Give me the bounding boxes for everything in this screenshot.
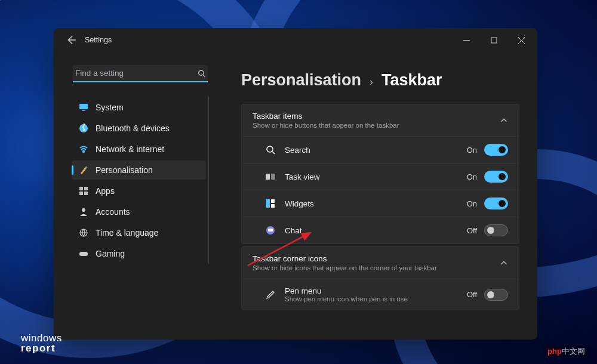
minimize-button[interactable] bbox=[453, 30, 480, 50]
svg-rect-26 bbox=[268, 229, 273, 232]
breadcrumb-current: Taskbar bbox=[381, 71, 442, 90]
sidebar: System Bluetooth & devices Network & int… bbox=[54, 58, 227, 340]
section-taskbar-items: Taskbar items Show or hide buttons that … bbox=[241, 104, 519, 244]
svg-rect-24 bbox=[271, 204, 275, 208]
main-content: Personalisation › Taskbar Taskbar items … bbox=[227, 58, 537, 340]
pen-icon bbox=[266, 290, 275, 300]
svg-rect-11 bbox=[79, 187, 83, 190]
svg-point-9 bbox=[83, 150, 85, 152]
toggle-state-label: Off bbox=[467, 290, 477, 299]
sidebar-item-label: Bluetooth & devices bbox=[96, 124, 170, 133]
search-box[interactable] bbox=[73, 65, 208, 82]
taskview-icon bbox=[266, 172, 275, 181]
taskbar-item-search: Search On bbox=[242, 136, 519, 163]
chat-icon bbox=[266, 226, 275, 235]
paintbrush-icon bbox=[79, 165, 88, 175]
section-title: Taskbar items bbox=[253, 112, 399, 121]
sidebar-item-network[interactable]: Network & internet bbox=[72, 140, 206, 159]
svg-rect-1 bbox=[491, 38, 497, 43]
search-icon bbox=[198, 69, 205, 78]
sidebar-item-label: Gaming bbox=[96, 249, 125, 258]
svg-rect-12 bbox=[84, 187, 88, 190]
svg-rect-21 bbox=[271, 174, 275, 180]
sidebar-item-personalisation[interactable]: Personalisation bbox=[72, 161, 206, 180]
sidebar-item-system[interactable]: System bbox=[72, 98, 206, 117]
sidebar-item-label: Apps bbox=[96, 186, 115, 196]
globe-clock-icon bbox=[79, 228, 88, 237]
section-header[interactable]: Taskbar items Show or hide buttons that … bbox=[242, 104, 519, 136]
search-icon bbox=[266, 145, 275, 155]
maximize-button[interactable] bbox=[480, 30, 507, 50]
sidebar-item-label: System bbox=[96, 103, 124, 112]
svg-rect-17 bbox=[79, 252, 88, 256]
nav-list: System Bluetooth & devices Network & int… bbox=[72, 97, 209, 264]
row-label: Task view bbox=[285, 172, 320, 181]
svg-rect-7 bbox=[82, 110, 85, 111]
bluetooth-icon bbox=[79, 124, 88, 133]
watermark-windowsreport: windows report bbox=[21, 333, 62, 353]
sidebar-item-apps[interactable]: Apps bbox=[72, 181, 206, 200]
svg-point-18 bbox=[267, 146, 273, 152]
chevron-up-icon bbox=[500, 116, 508, 125]
svg-rect-14 bbox=[84, 192, 88, 195]
sidebar-item-label: Accounts bbox=[96, 207, 130, 217]
breadcrumb: Personalisation › Taskbar bbox=[241, 71, 519, 90]
svg-point-4 bbox=[198, 70, 203, 75]
apps-icon bbox=[79, 186, 88, 196]
user-icon bbox=[79, 207, 88, 217]
row-label: Pen menu bbox=[285, 286, 408, 295]
svg-rect-22 bbox=[266, 199, 270, 208]
toggle-widgets[interactable] bbox=[484, 198, 508, 209]
toggle-pen-menu[interactable] bbox=[484, 289, 508, 301]
search-input[interactable] bbox=[75, 69, 198, 78]
sidebar-item-label: Personalisation bbox=[96, 165, 153, 175]
taskbar-item-chat: Chat Off bbox=[242, 217, 519, 243]
svg-rect-6 bbox=[79, 104, 88, 109]
monitor-icon bbox=[79, 103, 88, 112]
svg-rect-20 bbox=[266, 174, 270, 180]
svg-line-5 bbox=[203, 75, 205, 76]
row-label: Widgets bbox=[285, 199, 314, 208]
chevron-up-icon bbox=[500, 259, 508, 267]
toggle-state-label: On bbox=[467, 199, 477, 208]
taskbar-item-taskview: Task view On bbox=[242, 163, 519, 190]
section-taskbar-corner-icons: Taskbar corner icons Show or hide icons … bbox=[241, 246, 519, 310]
toggle-chat[interactable] bbox=[484, 224, 508, 236]
sidebar-item-label: Network & internet bbox=[96, 144, 164, 154]
titlebar: Settings bbox=[54, 28, 537, 52]
toggle-state-label: On bbox=[467, 146, 477, 155]
section-subtitle: Show or hide buttons that appear on the … bbox=[253, 122, 399, 129]
section-subtitle: Show or hide icons that appear on the co… bbox=[253, 264, 437, 272]
window-title: Settings bbox=[85, 36, 112, 44]
svg-rect-23 bbox=[271, 199, 275, 203]
chevron-right-icon: › bbox=[370, 76, 373, 88]
taskbar-item-widgets: Widgets On bbox=[242, 190, 519, 217]
wifi-icon bbox=[79, 144, 88, 154]
sidebar-item-accounts[interactable]: Accounts bbox=[72, 202, 206, 221]
corner-item-pen-menu: Pen menu Show pen menu icon when pen is … bbox=[242, 279, 519, 310]
svg-line-19 bbox=[272, 152, 275, 154]
svg-rect-13 bbox=[79, 192, 83, 195]
settings-window: Settings System Bluetooth & devices bbox=[54, 28, 537, 340]
back-button[interactable] bbox=[66, 35, 76, 45]
section-header[interactable]: Taskbar corner icons Show or hide icons … bbox=[242, 247, 519, 279]
sidebar-item-time-language[interactable]: Time & language bbox=[72, 223, 206, 242]
toggle-state-label: On bbox=[467, 172, 477, 181]
toggle-taskview[interactable] bbox=[484, 171, 508, 183]
sidebar-item-gaming[interactable]: Gaming bbox=[72, 244, 206, 263]
watermark-php: php中文网 bbox=[543, 345, 590, 358]
gamepad-icon bbox=[79, 249, 88, 258]
row-label: Search bbox=[285, 146, 310, 155]
svg-point-15 bbox=[82, 208, 85, 212]
section-title: Taskbar corner icons bbox=[253, 254, 437, 263]
close-button[interactable] bbox=[507, 30, 535, 50]
row-sublabel: Show pen menu icon when pen is in use bbox=[285, 295, 408, 303]
sidebar-item-label: Time & language bbox=[96, 228, 158, 237]
toggle-state-label: Off bbox=[467, 226, 477, 235]
breadcrumb-parent[interactable]: Personalisation bbox=[241, 71, 361, 90]
sidebar-item-bluetooth[interactable]: Bluetooth & devices bbox=[72, 119, 206, 138]
row-label: Chat bbox=[285, 226, 302, 235]
toggle-search[interactable] bbox=[484, 144, 508, 156]
widgets-icon bbox=[266, 199, 275, 208]
